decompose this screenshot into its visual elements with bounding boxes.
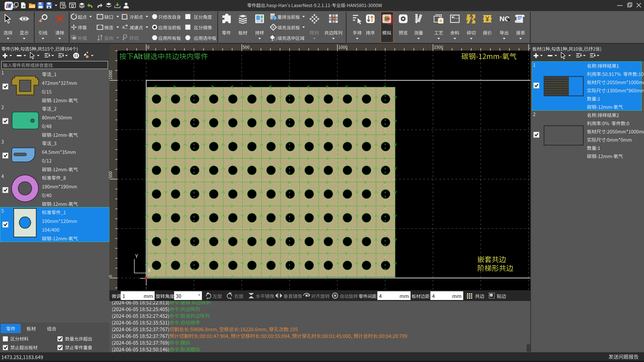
svg-text:a: a bbox=[122, 24, 125, 29]
svg-text:NC: NC bbox=[499, 15, 509, 22]
